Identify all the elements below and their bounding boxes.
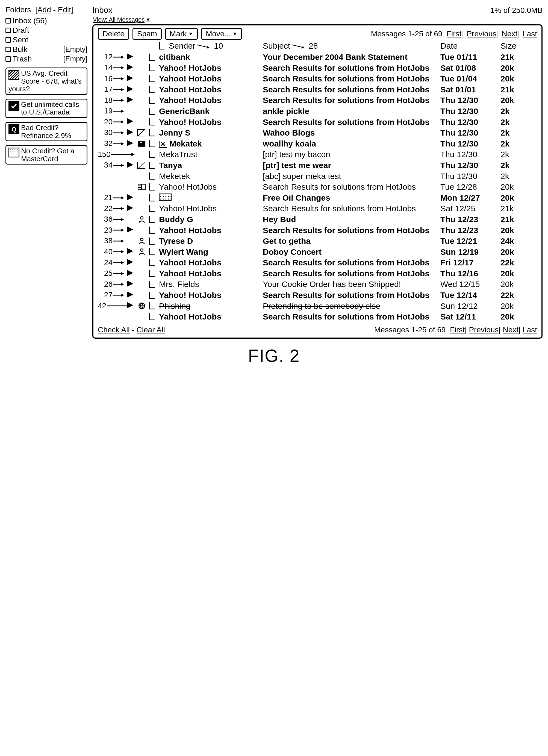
message-checkbox[interactable] <box>149 151 155 158</box>
message-sender: Yahoo! HotJobs <box>159 181 263 192</box>
pager-last[interactable]: Last <box>523 326 537 334</box>
message-row[interactable]: 150MekaTrust[ptr] test my baconThu 12/30… <box>98 149 537 160</box>
message-row[interactable]: 18Yahoo! HotJobsSearch Results for solut… <box>98 95 537 106</box>
message-row[interactable]: Yahoo! HotJobsSearch Results for solutio… <box>98 311 537 322</box>
message-row[interactable]: 34Tanya[ptr] test me wearThu 12/302k <box>98 160 537 171</box>
message-checkbox[interactable] <box>149 86 155 93</box>
pager-next[interactable]: Next <box>502 30 517 38</box>
callout-number: 20 <box>98 117 125 127</box>
message-row[interactable]: 42PhishingPretending to be somebody else… <box>98 301 537 312</box>
message-checkbox[interactable] <box>149 270 155 277</box>
message-checkbox[interactable] <box>149 292 155 299</box>
message-date: Thu 12/30 <box>440 160 500 171</box>
message-checkbox[interactable] <box>149 205 155 212</box>
message-checkbox[interactable] <box>149 227 155 234</box>
delete-button[interactable]: Delete <box>98 28 129 40</box>
message-checkbox[interactable] <box>149 162 155 169</box>
pager-prev[interactable]: Previous <box>467 30 496 38</box>
callout: 22 <box>104 204 125 214</box>
message-row[interactable]: 12citibankYour December 2004 Bank Statem… <box>98 52 537 63</box>
message-date: Sat 12/25 <box>440 203 500 214</box>
message-row[interactable]: 30Jenny SWahoo BlogsThu 12/302k <box>98 127 537 138</box>
message-checkbox[interactable] <box>149 140 155 147</box>
flag-icon <box>125 75 134 83</box>
pager-last[interactable]: Last <box>523 30 537 38</box>
photo-icon <box>137 129 145 136</box>
message-row[interactable]: 27Yahoo! HotJobsSearch Results for solut… <box>98 290 537 301</box>
message-row[interactable]: 36Buddy GHey BudThu 12/2321k <box>98 214 537 225</box>
folder-empty-link[interactable]: [Empty] <box>63 54 87 63</box>
col-date[interactable]: Date <box>440 41 458 50</box>
folder-item[interactable]: Trash[Empty] <box>5 54 87 64</box>
message-row[interactable]: 19GenericBankankle pickleThu 12/302k <box>98 106 537 117</box>
col-size[interactable]: Size <box>500 41 516 50</box>
message-row[interactable]: 25Yahoo! HotJobsSearch Results for solut… <box>98 268 537 279</box>
message-row[interactable]: 32✳ Mekatekwoallhy koalaThu 12/302k <box>98 138 537 149</box>
message-row[interactable]: 14Yahoo! HotJobsSearch Results for solut… <box>98 63 537 74</box>
folders-add-link[interactable]: Add <box>37 5 51 14</box>
sidebar-ad[interactable]: Get unlimited calls to U.S./Canada <box>5 99 87 118</box>
message-checkbox[interactable] <box>149 216 155 223</box>
message-checkbox[interactable] <box>149 54 155 61</box>
message-checkbox[interactable] <box>149 313 155 320</box>
clear-all-link[interactable]: Clear All <box>137 326 165 334</box>
message-checkbox[interactable] <box>149 108 155 115</box>
message-checkbox[interactable] <box>149 183 155 191</box>
message-row[interactable]: 20Yahoo! HotJobsSearch Results for solut… <box>98 117 537 128</box>
folders-edit-link[interactable]: Edit <box>58 5 71 14</box>
check-all-link[interactable]: Check All <box>98 326 130 334</box>
folder-name: Bulk <box>13 45 27 54</box>
message-checkbox[interactable] <box>149 97 155 104</box>
pager-first[interactable]: First <box>447 30 461 38</box>
message-checkbox[interactable] <box>149 64 155 71</box>
folder-item[interactable]: Bulk[Empty] <box>5 45 87 54</box>
message-row[interactable]: 24Yahoo! HotJobsSearch Results for solut… <box>98 257 537 268</box>
message-checkbox[interactable] <box>149 238 155 245</box>
col-sender[interactable]: Sender <box>169 41 195 51</box>
folder-item[interactable]: Draft <box>5 25 87 35</box>
col-subject[interactable]: Subject <box>263 41 290 51</box>
sidebar-ad[interactable]: QBad Credit? Refinance 2.9% <box>5 122 87 141</box>
message-row[interactable]: 21 Free Oil ChangesMon 12/2720k <box>98 192 537 203</box>
callout-number: 30 <box>98 128 125 138</box>
message-checkbox[interactable] <box>149 172 155 180</box>
folder-empty-link[interactable]: [Empty] <box>63 45 87 54</box>
callout: 34 <box>104 160 125 170</box>
message-checkbox[interactable] <box>149 75 155 82</box>
callout: 30 <box>104 128 125 138</box>
message-row[interactable]: 16Yahoo! HotJobsSearch Results for solut… <box>98 73 537 84</box>
message-sender: Tanya <box>159 160 263 171</box>
message-subject: [abc] super meka test <box>263 171 440 182</box>
folder-item[interactable]: Sent <box>5 35 87 45</box>
message-row[interactable]: 23Yahoo! HotJobsSearch Results for solut… <box>98 225 537 236</box>
message-checkbox[interactable] <box>149 248 155 255</box>
folder-name: Draft <box>13 25 29 35</box>
message-row[interactable]: 17Yahoo! HotJobsSearch Results for solut… <box>98 84 537 95</box>
message-row[interactable]: 26Mrs. FieldsYour Cookie Order has been … <box>98 279 537 290</box>
pager-next[interactable]: Next <box>503 326 518 334</box>
message-size: 24k <box>500 236 528 247</box>
message-checkbox[interactable] <box>149 259 155 266</box>
spam-button[interactable]: Spam <box>133 28 162 40</box>
mark-button[interactable]: Mark▼ <box>165 28 198 40</box>
message-checkbox[interactable] <box>149 194 155 201</box>
message-checkbox[interactable] <box>149 129 155 136</box>
move-button[interactable]: Move...▼ <box>201 28 242 40</box>
message-row[interactable]: Yahoo! HotJobsSearch Results for solutio… <box>98 181 537 192</box>
message-sender: Yahoo! HotJobs <box>159 311 263 322</box>
svg-point-22 <box>141 238 143 241</box>
message-row[interactable]: Meketek[abc] super meka testThu 12/302k <box>98 171 537 182</box>
message-row[interactable]: 40Wylert WangDoboy ConcertSun 12/1920k <box>98 247 537 257</box>
header-checkbox[interactable] <box>159 42 165 49</box>
sidebar-ad[interactable]: US Avg. Credit Score - 678, what's yours… <box>5 68 87 95</box>
message-row[interactable]: 38Tyrese DGet to gethaTue 12/2124k <box>98 236 537 247</box>
message-row[interactable]: 22Yahoo! HotJobsSearch Results for solut… <box>98 203 537 214</box>
view-filter[interactable]: View: All Messages ▼ <box>93 16 151 23</box>
message-checkbox[interactable] <box>149 118 155 125</box>
folder-item[interactable]: Inbox (56) <box>5 16 87 25</box>
message-checkbox[interactable] <box>149 281 155 288</box>
message-checkbox[interactable] <box>149 302 155 309</box>
pager-prev[interactable]: Previous <box>469 326 499 334</box>
pager-first[interactable]: First <box>450 326 465 334</box>
sidebar-ad[interactable]: No Credit? Get a MasterCard <box>5 145 87 165</box>
